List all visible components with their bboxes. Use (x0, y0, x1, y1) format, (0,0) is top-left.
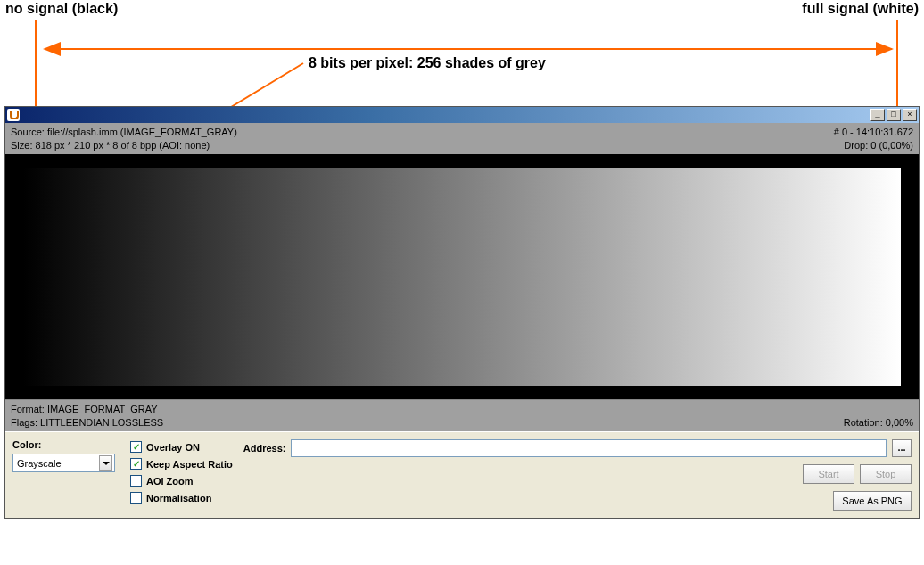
app-window: _ □ × Source: file://splash.imm (IMAGE_F… (4, 106, 920, 519)
keep-aspect-label: Keep Aspect Ratio (146, 459, 233, 470)
aoi-zoom-label: AOI Zoom (146, 476, 194, 487)
save-png-button[interactable]: Save As PNG (833, 491, 912, 511)
color-dropdown[interactable]: Grayscale (12, 454, 115, 472)
grayscale-gradient (23, 168, 901, 386)
frame-text: # 0 - 14:10:31.672 (834, 127, 913, 137)
info-bar-top: Source: file://splash.imm (IMAGE_FORMAT_… (5, 123, 919, 154)
rotation-text: Rotation: 0,00% (844, 417, 913, 428)
checkbox-icon (130, 475, 142, 487)
format-text: Format: IMAGE_FORMAT_GRAY (11, 404, 163, 414)
annotation-left: no signal (black) (5, 1, 118, 17)
maximize-button[interactable]: □ (887, 109, 901, 121)
normalisation-label: Normalisation (146, 493, 211, 504)
annotation-right: full signal (white) (802, 1, 919, 17)
checkbox-icon: ✓ (130, 458, 142, 470)
keep-aspect-checkbox-row[interactable]: ✓ Keep Aspect Ratio (130, 458, 233, 470)
overlay-label: Overlay ON (146, 442, 200, 453)
color-label: Color: (12, 439, 120, 450)
address-input[interactable] (291, 439, 887, 457)
checkbox-icon: ✓ (130, 441, 142, 453)
drop-text: Drop: 0 (0,00%) (834, 140, 913, 151)
image-canvas[interactable] (5, 154, 919, 399)
java-icon (7, 109, 20, 121)
stop-button[interactable]: Stop (860, 464, 912, 484)
size-text: Size: 818 px * 210 px * 8 of 8 bpp (AOI:… (11, 140, 237, 151)
normalisation-checkbox-row[interactable]: Normalisation (130, 492, 233, 504)
flags-text: Flags: LITTLEENDIAN LOSSLESS (11, 417, 163, 428)
info-bar-bottom: Format: IMAGE_FORMAT_GRAY Flags: LITTLEE… (5, 399, 919, 431)
annotation-center: 8 bits per pixel: 256 shades of grey (309, 55, 546, 71)
checkbox-icon (130, 492, 142, 504)
titlebar[interactable]: _ □ × (5, 107, 919, 123)
controls-panel: Color: Grayscale ✓ Overlay ON ✓ Keep Asp… (5, 431, 919, 518)
chevron-down-icon (99, 455, 112, 471)
color-dropdown-value: Grayscale (17, 458, 62, 469)
source-text: Source: file://splash.imm (IMAGE_FORMAT_… (11, 127, 237, 137)
close-button[interactable]: × (903, 109, 917, 121)
browse-button[interactable]: ... (892, 439, 912, 457)
minimize-button[interactable]: _ (870, 109, 885, 121)
aoi-zoom-checkbox-row[interactable]: AOI Zoom (130, 475, 233, 487)
overlay-checkbox-row[interactable]: ✓ Overlay ON (130, 441, 233, 453)
address-label: Address: (243, 443, 286, 454)
start-button[interactable]: Start (803, 464, 854, 484)
